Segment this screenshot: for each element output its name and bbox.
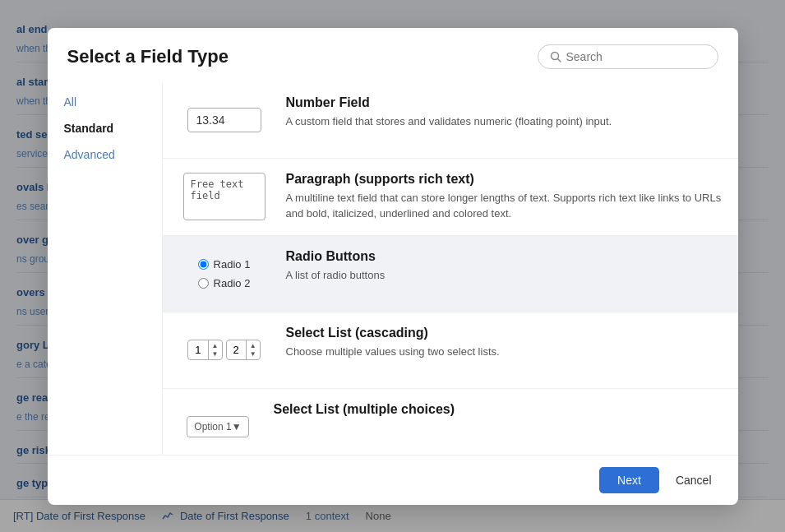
radio-input-1 <box>198 259 209 270</box>
radio-input-2 <box>198 278 209 289</box>
field-name-radio: Radio Buttons <box>286 249 722 264</box>
field-preview-paragraph: Free text field <box>179 172 270 221</box>
number-preview-input <box>187 108 261 132</box>
sidebar-item-all[interactable]: All <box>48 89 162 115</box>
field-row-select-multiple[interactable]: Option 1 ▼ Select List (multiple choices… <box>163 389 738 455</box>
field-preview-number <box>179 95 270 145</box>
field-row-radio[interactable]: Radio 1 Radio 2 Radio Buttons A list of … <box>163 236 738 312</box>
field-preview-radio: Radio 1 Radio 2 <box>179 249 270 298</box>
radio-option-1: Radio 1 <box>198 258 251 271</box>
search-box[interactable] <box>538 44 718 69</box>
sidebar-item-standard[interactable]: Standard <box>48 115 162 141</box>
field-row-number[interactable]: Number Field A custom field that stores … <box>163 82 738 159</box>
modal-overlay: Select a Field Type All Standard <box>0 0 785 532</box>
search-input[interactable] <box>566 50 706 63</box>
field-info-cascading: Select List (cascading) Choose multiple … <box>286 326 722 360</box>
dialog-title: Select a Field Type <box>67 46 229 67</box>
paragraph-preview-textarea: Free text field <box>183 173 266 220</box>
field-preview-cascading: 1 ▲ ▼ 2 ▲ ▼ <box>179 326 270 375</box>
dialog-footer: Next Cancel <box>48 455 738 505</box>
spinner-2: 2 ▲ ▼ <box>226 340 261 360</box>
field-name-cascading: Select List (cascading) <box>286 326 722 340</box>
field-info-radio: Radio Buttons A list of radio buttons <box>286 249 722 284</box>
spinner-1: 1 ▲ ▼ <box>187 340 222 360</box>
cancel-button[interactable]: Cancel <box>669 467 718 493</box>
field-type-list: Number Field A custom field that stores … <box>163 82 738 455</box>
field-name-paragraph: Paragraph (supports rich text) <box>286 172 722 187</box>
sidebar: All Standard Advanced <box>48 82 163 455</box>
field-name-select-multiple: Select List (multiple choices) <box>274 402 722 417</box>
field-desc-cascading: Choose multiple values using two select … <box>286 344 722 360</box>
field-desc-paragraph: A multiline text field that can store lo… <box>286 190 722 222</box>
dialog-body: All Standard Advanced Number Field <box>48 82 738 455</box>
field-desc-radio: A list of radio buttons <box>286 267 722 284</box>
field-row-cascading[interactable]: 1 ▲ ▼ 2 ▲ ▼ <box>163 312 738 389</box>
dialog-header: Select a Field Type <box>48 28 738 82</box>
radio-option-2: Radio 2 <box>198 277 251 289</box>
search-icon <box>550 51 561 62</box>
sidebar-item-advanced[interactable]: Advanced <box>48 141 162 168</box>
field-row-paragraph[interactable]: Free text field Paragraph (supports rich… <box>163 159 738 236</box>
field-info-select-multiple: Select List (multiple choices) <box>274 402 722 420</box>
select-multiple-box: Option 1 ▼ <box>187 416 248 437</box>
dialog: Select a Field Type All Standard <box>48 28 738 505</box>
next-button[interactable]: Next <box>599 467 659 493</box>
radio-preview: Radio 1 Radio 2 <box>198 258 251 289</box>
svg-line-1 <box>557 58 561 62</box>
field-desc-number: A custom field that stores and validates… <box>286 113 722 130</box>
field-name-number: Number Field <box>286 95 722 110</box>
field-preview-select-multiple: Option 1 ▼ <box>179 402 257 451</box>
field-info-number: Number Field A custom field that stores … <box>286 95 722 130</box>
field-info-paragraph: Paragraph (supports rich text) A multili… <box>286 172 722 222</box>
